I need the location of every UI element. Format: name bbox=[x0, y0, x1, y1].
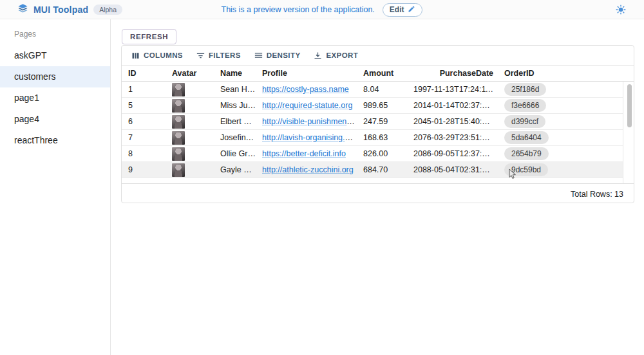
avatar bbox=[172, 115, 185, 129]
cell-purchasedate: 2045-01-28T15:40:06.325Z bbox=[413, 117, 493, 126]
grid-rows-viewport: 1 Sean Harris https://costly-pass.name 8… bbox=[122, 82, 634, 183]
sun-icon[interactable] bbox=[616, 5, 626, 15]
sidebar-section-label: Pages bbox=[0, 26, 110, 45]
density-button-label: DENSITY bbox=[267, 51, 301, 59]
avatar bbox=[172, 131, 185, 145]
export-button[interactable]: EXPORT bbox=[308, 48, 363, 63]
sidebar-item-page1[interactable]: page1 bbox=[0, 87, 110, 109]
profile-link[interactable]: https://better-deficit.info bbox=[262, 149, 346, 158]
profile-link[interactable]: https://costly-pass.name bbox=[262, 85, 349, 94]
column-header-purchasedate[interactable]: PurchaseDate bbox=[413, 69, 493, 78]
sidebar: Pages askGPT customers page1 page4 react… bbox=[0, 19, 111, 355]
cell-orderid: d399ccf bbox=[493, 115, 623, 128]
cell-name: Miss Juan ... bbox=[214, 101, 256, 110]
filters-button-label: FILTERS bbox=[209, 51, 241, 59]
layers-icon bbox=[17, 3, 28, 16]
columns-button-label: COLUMNS bbox=[144, 51, 183, 59]
filters-button[interactable]: FILTERS bbox=[191, 48, 246, 63]
pencil-icon bbox=[408, 5, 415, 15]
export-button-label: EXPORT bbox=[326, 51, 358, 59]
data-grid: COLUMNS FILTERS DE bbox=[121, 45, 634, 203]
cell-profile: http://lavish-organising.name bbox=[256, 133, 357, 142]
cell-avatar bbox=[166, 83, 214, 96]
cell-name: Elbert McL... bbox=[214, 117, 256, 126]
cell-name: Sean Harris bbox=[214, 85, 256, 94]
column-header-orderid[interactable]: OrderID bbox=[493, 69, 634, 78]
cell-name: Josefina P... bbox=[214, 133, 256, 142]
profile-link[interactable]: http://visible-punishment.net bbox=[262, 117, 357, 126]
column-header-name[interactable]: Name bbox=[214, 69, 256, 78]
orderid-chip[interactable]: f3e6666 bbox=[504, 99, 546, 112]
profile-link[interactable]: http://required-statute.org bbox=[262, 101, 352, 110]
cell-profile: https://better-deficit.info bbox=[256, 149, 357, 158]
cell-purchasedate: 2014-01-14T02:37:28.536Z bbox=[413, 101, 493, 110]
cell-amount: 8.04 bbox=[357, 85, 413, 94]
orderid-chip[interactable]: 9dc59bd bbox=[504, 163, 548, 176]
orderid-chip[interactable]: 25f186d bbox=[504, 83, 546, 96]
app-window: MUI Toolpad Alpha This is a preview vers… bbox=[0, 0, 644, 355]
avatar bbox=[172, 147, 185, 161]
cell-amount: 989.65 bbox=[357, 101, 413, 110]
scroll-gutter-divider bbox=[623, 82, 623, 183]
cell-avatar bbox=[166, 99, 214, 113]
alpha-badge: Alpha bbox=[93, 5, 122, 15]
vertical-scrollbar[interactable] bbox=[627, 84, 632, 127]
column-header-profile[interactable]: Profile bbox=[256, 69, 357, 78]
refresh-button[interactable]: REFRESH bbox=[122, 29, 176, 44]
cell-id: 7 bbox=[122, 133, 166, 142]
profile-link[interactable]: http://athletic-zucchini.org bbox=[262, 165, 354, 174]
cell-avatar bbox=[166, 131, 214, 145]
edit-button-label: Edit bbox=[390, 5, 404, 14]
cell-profile: http://athletic-zucchini.org bbox=[256, 165, 357, 174]
orderid-chip[interactable]: d399ccf bbox=[504, 115, 545, 128]
cell-purchasedate: 2086-09-05T12:37:27.015Z bbox=[413, 149, 493, 158]
table-row[interactable]: 1 Sean Harris https://costly-pass.name 8… bbox=[122, 82, 623, 98]
main-content: REFRESH COLUMNS bbox=[111, 19, 644, 355]
cell-orderid: 5da6404 bbox=[493, 131, 623, 144]
density-button[interactable]: DENSITY bbox=[249, 48, 306, 63]
edit-button[interactable]: Edit bbox=[383, 3, 423, 17]
table-row[interactable]: 5 Miss Juan ... http://required-statute.… bbox=[122, 98, 623, 114]
download-icon bbox=[313, 51, 323, 60]
cell-id: 5 bbox=[122, 101, 166, 110]
avatar bbox=[172, 83, 185, 96]
sidebar-item-page4[interactable]: page4 bbox=[0, 109, 110, 130]
cell-amount: 168.63 bbox=[357, 133, 413, 142]
cell-name: Ollie Green... bbox=[214, 149, 256, 158]
cell-profile: https://costly-pass.name bbox=[256, 85, 357, 94]
cell-orderid: 25f186d bbox=[493, 83, 623, 96]
app-title: MUI Toolpad bbox=[33, 5, 88, 15]
cell-amount: 684.70 bbox=[357, 165, 413, 174]
cell-profile: http://required-statute.org bbox=[256, 101, 357, 110]
column-header-avatar[interactable]: Avatar bbox=[166, 69, 214, 78]
grid-footer: Total Rows: 13 bbox=[122, 183, 634, 203]
orderid-chip[interactable]: 5da6404 bbox=[504, 131, 549, 144]
orderid-chip[interactable]: 2654b79 bbox=[504, 147, 549, 160]
density-icon bbox=[254, 51, 263, 60]
profile-link[interactable]: http://lavish-organising.name bbox=[262, 133, 357, 142]
sidebar-item-customers[interactable]: customers bbox=[0, 66, 110, 87]
cell-purchasedate: 1997-11-13T17:24:11.769Z bbox=[413, 85, 493, 94]
cell-purchasedate: 2088-05-04T02:31:03.294Z bbox=[413, 165, 493, 174]
sidebar-item-askgpt[interactable]: askGPT bbox=[0, 45, 110, 66]
cell-orderid: 2654b79 bbox=[493, 147, 623, 160]
column-header-amount[interactable]: Amount bbox=[357, 69, 413, 78]
sidebar-item-reactthree[interactable]: reactThree bbox=[0, 130, 110, 151]
cell-id: 9 bbox=[122, 165, 166, 174]
table-row[interactable]: 7 Josefina P... http://lavish-organising… bbox=[122, 130, 623, 146]
cell-name: Gayle Den... bbox=[214, 165, 256, 174]
cell-avatar bbox=[166, 147, 214, 161]
table-row[interactable]: 8 Ollie Green... https://better-deficit.… bbox=[122, 146, 623, 162]
cell-profile: http://visible-punishment.net bbox=[256, 117, 357, 126]
column-header-id[interactable]: ID bbox=[122, 69, 166, 78]
cell-amount: 826.00 bbox=[357, 149, 413, 158]
table-row[interactable]: 6 Elbert McL... http://visible-punishmen… bbox=[122, 114, 623, 130]
cell-orderid: 9dc59bd bbox=[493, 163, 623, 176]
table-row-hovered[interactable]: 9 Gayle Den... http://athletic-zucchini.… bbox=[122, 162, 623, 178]
cell-orderid: f3e6666 bbox=[493, 99, 623, 112]
avatar bbox=[172, 99, 185, 113]
cell-id: 1 bbox=[122, 85, 166, 94]
columns-button[interactable]: COLUMNS bbox=[126, 48, 188, 63]
app-header: MUI Toolpad Alpha This is a preview vers… bbox=[0, 0, 644, 19]
brand: MUI Toolpad Alpha bbox=[0, 3, 122, 16]
